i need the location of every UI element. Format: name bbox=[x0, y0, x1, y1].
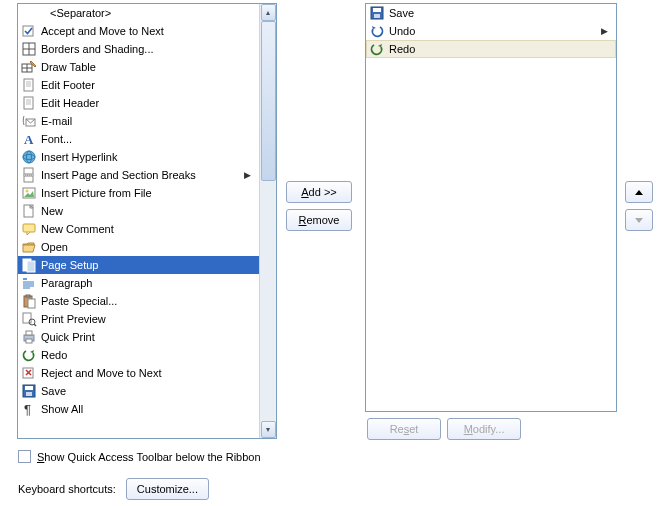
scrollbar[interactable]: ▴ ▾ bbox=[259, 4, 276, 438]
customize-button[interactable]: Customize... bbox=[126, 478, 209, 500]
list-item-label: Draw Table bbox=[38, 61, 96, 73]
list-item[interactable]: Reject and Move to Next bbox=[18, 364, 259, 382]
list-item-label: Insert Picture from File bbox=[38, 187, 152, 199]
list-item-label: Font... bbox=[38, 133, 72, 145]
modify-button[interactable]: Modify... bbox=[447, 418, 521, 440]
svg-rect-50 bbox=[374, 14, 380, 18]
move-down-button[interactable] bbox=[625, 209, 653, 231]
list-item-label: New bbox=[38, 205, 63, 217]
list-item-label: Undo bbox=[386, 25, 415, 37]
svg-rect-46 bbox=[26, 392, 32, 396]
list-item-label: Edit Header bbox=[38, 97, 99, 109]
list-item[interactable]: Draw Table bbox=[18, 58, 259, 76]
svg-rect-28 bbox=[27, 261, 35, 272]
accept-icon bbox=[20, 23, 38, 39]
list-item[interactable]: Insert Hyperlink bbox=[18, 148, 259, 166]
email-icon bbox=[20, 113, 38, 129]
list-item-label: Borders and Shading... bbox=[38, 43, 154, 55]
list-item[interactable]: Print Preview bbox=[18, 310, 259, 328]
draw-table-icon bbox=[20, 59, 38, 75]
add-button[interactable]: Add >> bbox=[286, 181, 352, 203]
svg-text:A: A bbox=[24, 132, 34, 147]
list-item-label: Edit Footer bbox=[38, 79, 95, 91]
list-item[interactable]: Borders and Shading... bbox=[18, 40, 259, 58]
none-icon bbox=[20, 5, 38, 21]
list-item-label: Show All bbox=[38, 403, 83, 415]
list-item[interactable]: ¶Show All bbox=[18, 400, 259, 418]
list-item[interactable]: Insert Picture from File bbox=[18, 184, 259, 202]
list-item-label: Page Setup bbox=[38, 259, 99, 271]
svg-line-39 bbox=[34, 324, 36, 326]
svg-rect-21 bbox=[24, 176, 33, 182]
move-up-button[interactable] bbox=[625, 181, 653, 203]
list-item[interactable]: Edit Footer bbox=[18, 76, 259, 94]
scroll-up-button[interactable]: ▴ bbox=[261, 4, 276, 21]
list-item[interactable]: New Comment bbox=[18, 220, 259, 238]
paste-icon bbox=[20, 293, 38, 309]
list-item[interactable]: Edit Header bbox=[18, 94, 259, 112]
list-item[interactable]: Accept and Move to Next bbox=[18, 22, 259, 40]
undo-icon bbox=[368, 23, 386, 39]
page-setup-icon bbox=[20, 257, 38, 273]
new-doc-icon bbox=[20, 203, 38, 219]
show-below-ribbon-checkbox[interactable] bbox=[18, 450, 31, 463]
svg-rect-36 bbox=[28, 299, 35, 308]
list-item[interactable]: Paragraph bbox=[18, 274, 259, 292]
svg-rect-42 bbox=[26, 339, 32, 343]
list-item-label: Save bbox=[38, 385, 66, 397]
open-icon bbox=[20, 239, 38, 255]
list-item[interactable]: Page Setup bbox=[18, 256, 259, 274]
list-item-label: Paragraph bbox=[38, 277, 92, 289]
pilcrow-icon: ¶ bbox=[20, 401, 38, 417]
list-item[interactable]: Save bbox=[366, 4, 616, 22]
selected-commands-list[interactable]: SaveUndo▶Redo bbox=[365, 3, 617, 412]
list-item[interactable]: Quick Print bbox=[18, 328, 259, 346]
hyperlink-icon bbox=[20, 149, 38, 165]
list-item[interactable]: E-mail bbox=[18, 112, 259, 130]
submenu-arrow-icon: ▶ bbox=[244, 170, 251, 180]
list-item-label: Insert Hyperlink bbox=[38, 151, 117, 163]
svg-rect-35 bbox=[26, 295, 30, 297]
svg-point-24 bbox=[26, 190, 29, 193]
list-item[interactable]: AFont... bbox=[18, 130, 259, 148]
list-item-label: New Comment bbox=[38, 223, 114, 235]
scroll-down-button[interactable]: ▾ bbox=[261, 421, 276, 438]
list-item[interactable]: Save bbox=[18, 382, 259, 400]
list-item[interactable]: Paste Special... bbox=[18, 292, 259, 310]
list-item[interactable]: Redo bbox=[18, 346, 259, 364]
picture-icon bbox=[20, 185, 38, 201]
list-item-label: Open bbox=[38, 241, 68, 253]
redo-icon bbox=[20, 347, 38, 363]
list-item-label: Accept and Move to Next bbox=[38, 25, 164, 37]
list-item[interactable]: Open bbox=[18, 238, 259, 256]
svg-text:¶: ¶ bbox=[24, 402, 31, 417]
font-icon: A bbox=[20, 131, 38, 147]
svg-rect-49 bbox=[373, 8, 381, 12]
paragraph-icon bbox=[20, 275, 38, 291]
list-item-label: Save bbox=[386, 7, 414, 19]
list-item[interactable]: Insert Page and Section Breaks▶ bbox=[18, 166, 259, 184]
list-item-label: Redo bbox=[386, 43, 415, 55]
keyboard-shortcuts-row: Keyboard shortcuts: Customize... bbox=[18, 478, 209, 500]
list-item-label: Print Preview bbox=[38, 313, 106, 325]
list-item-label: <Separator> bbox=[38, 7, 111, 19]
reset-button[interactable]: Reset bbox=[367, 418, 441, 440]
svg-rect-37 bbox=[23, 313, 31, 323]
scroll-thumb[interactable] bbox=[261, 21, 276, 181]
borders-icon bbox=[20, 41, 38, 57]
comment-icon bbox=[20, 221, 38, 237]
list-item[interactable]: <Separator> bbox=[18, 4, 259, 22]
page-icon bbox=[20, 77, 38, 93]
list-item-label: Insert Page and Section Breaks bbox=[38, 169, 196, 181]
show-below-ribbon-row: Show Quick Access Toolbar below the Ribb… bbox=[18, 450, 261, 463]
svg-rect-20 bbox=[24, 168, 33, 174]
list-item[interactable]: New bbox=[18, 202, 259, 220]
redo-icon bbox=[368, 41, 386, 57]
transfer-buttons: Add >> Remove bbox=[286, 181, 354, 237]
save-icon bbox=[20, 383, 38, 399]
list-item-label: E-mail bbox=[38, 115, 72, 127]
list-item[interactable]: Undo▶ bbox=[366, 22, 616, 40]
list-item[interactable]: Redo bbox=[366, 40, 616, 58]
available-commands-list[interactable]: <Separator>Accept and Move to NextBorder… bbox=[17, 3, 277, 439]
remove-button[interactable]: Remove bbox=[286, 209, 352, 231]
